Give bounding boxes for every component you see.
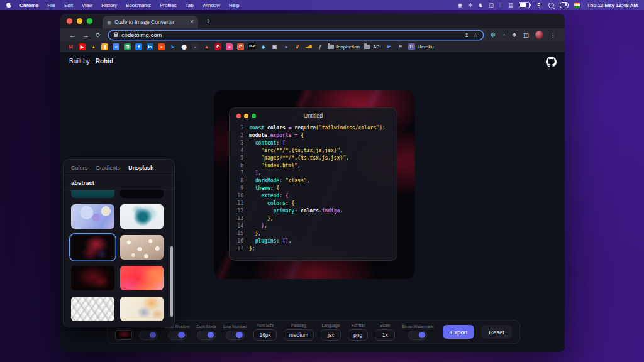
menu-item-history[interactable]: History [97, 3, 121, 8]
thumbnail-teal-dark-partial[interactable] [71, 190, 114, 198]
thumbnail-red-orange-gradient[interactable] [120, 266, 164, 290]
monitor-app-icon[interactable]: ▣ [271, 43, 278, 50]
dev-icon[interactable]: DEV [248, 43, 255, 50]
app-animal-icon[interactable]: ♞ [478, 3, 483, 8]
format-select[interactable]: png [348, 329, 368, 341]
flame-app-icon[interactable]: ▲ [203, 43, 210, 50]
menu-item-file[interactable]: File [43, 3, 60, 8]
function-app-icon[interactable]: ƒ [316, 43, 323, 50]
indigo-app-icon[interactable]: ● [282, 43, 289, 50]
url-text[interactable]: codetoimg.com [121, 31, 460, 38]
sidebar-icon[interactable]: ◫ [523, 32, 529, 38]
back-icon[interactable]: ← [66, 31, 79, 39]
reddit-icon[interactable]: ● [158, 43, 165, 50]
producthunt-icon[interactable]: P [237, 43, 244, 50]
thumbnail-dark-red-smoke[interactable] [71, 266, 114, 290]
bookmark-folder-inspiretion[interactable]: Inspiretion [328, 44, 360, 50]
menu-item-chrome[interactable]: Chrome [15, 3, 43, 8]
docs-icon[interactable]: ≡ [113, 43, 119, 50]
teal-extension-icon[interactable]: ✻ [491, 32, 496, 38]
gem-app-icon[interactable]: ◆ [260, 43, 267, 50]
language-select[interactable]: jsx [321, 329, 341, 341]
youtube-icon[interactable]: ▶ [79, 43, 86, 50]
background-toggle[interactable] [139, 331, 158, 340]
battery-icon[interactable] [519, 2, 530, 8]
google-slash-icon[interactable]: // [294, 43, 301, 50]
drive-icon[interactable]: ▲ [90, 43, 97, 50]
close-window-button[interactable] [67, 18, 72, 24]
forward-icon[interactable]: → [79, 31, 92, 39]
menu-clock[interactable]: Thu 12 May 12:48 AM [586, 3, 638, 8]
menu-item-bookmarks[interactable]: Bookmarks [121, 3, 155, 8]
bookmark-folder-api[interactable]: API [364, 44, 381, 50]
thumbnail-red-light-smoke[interactable] [71, 235, 114, 260]
thumbnail-white-weave[interactable] [71, 297, 114, 321]
dark-mode-toggle[interactable] [197, 331, 216, 340]
author-link[interactable]: Rohid [96, 58, 113, 65]
thumbnail-black-partial[interactable] [120, 190, 164, 198]
sheets-icon[interactable]: ⊞ [124, 43, 131, 50]
gmail-icon[interactable]: M [67, 43, 74, 50]
export-button[interactable]: Export▼ [443, 325, 474, 339]
zoom-window-button[interactable] [87, 18, 92, 24]
menu-item-edit[interactable]: Edit [60, 3, 77, 8]
move-tool-icon[interactable]: ✛ [468, 3, 472, 8]
menu-item-window[interactable]: Window [198, 3, 225, 8]
address-bar[interactable]: codetoimg.com ↥ ☆ [109, 31, 483, 40]
chrome-menu-icon[interactable]: ⋮ [547, 32, 559, 38]
puzzle-extensions-icon[interactable]: ❖ [511, 32, 517, 38]
linkedin-icon[interactable]: in [147, 43, 153, 50]
pinterest-icon[interactable]: P [214, 43, 221, 50]
tab-unsplash[interactable]: Unsplash [128, 165, 154, 171]
line-number-toggle[interactable] [226, 331, 245, 340]
twitter-icon[interactable]: ➤ [169, 43, 176, 50]
scale-select[interactable]: 1x [375, 329, 395, 341]
github-icon[interactable] [546, 57, 557, 67]
history-extension-icon[interactable]: ◔ [502, 32, 506, 38]
dribbble-icon[interactable]: ● [226, 43, 233, 50]
notes-app-icon[interactable]: ▤ [508, 3, 513, 8]
dark-app-icon[interactable]: ▪ [192, 43, 199, 50]
reload-icon[interactable]: ⟳ [92, 31, 104, 38]
show-watermark-toggle[interactable] [408, 331, 427, 340]
flag-app-icon[interactable]: ⚑ [397, 43, 404, 50]
input-flag-icon[interactable] [574, 3, 580, 8]
menu-item-help[interactable]: Help [225, 3, 243, 8]
font-size-select[interactable]: 16px [253, 329, 276, 341]
menu-item-profiles[interactable]: Profiles [155, 3, 181, 8]
menu-item-view[interactable]: View [77, 3, 97, 8]
background-image-thumbnail[interactable] [115, 330, 132, 340]
drop-shadow-toggle[interactable] [168, 331, 187, 340]
code-editor[interactable]: 1const colors = require("tailwindcss/col… [230, 123, 397, 253]
new-tab-button[interactable]: + [206, 16, 211, 26]
tab-gradients[interactable]: Gradients [96, 165, 120, 171]
tab-colors[interactable]: Colors [71, 165, 87, 171]
profile-avatar[interactable] [535, 31, 543, 39]
facebook-icon[interactable]: f [135, 43, 142, 50]
scrollbar-thumb[interactable] [170, 246, 173, 317]
spotlight-icon[interactable] [548, 3, 554, 8]
minimize-window-button[interactable] [77, 18, 82, 24]
screen-record-icon[interactable]: ◉ [458, 3, 462, 8]
code-window[interactable]: Untitled 1const colors = require("tailwi… [229, 107, 397, 261]
thumbnail-marble-swirl[interactable] [120, 297, 164, 321]
hand-app-icon[interactable]: ☛ [386, 43, 392, 50]
github-icon[interactable]: ⬤ [180, 43, 187, 50]
apple-logo-icon[interactable] [6, 3, 11, 8]
bookmark-star-icon[interactable]: ☆ [473, 32, 478, 38]
padding-select[interactable]: medium [284, 329, 314, 341]
menu-item-tab[interactable]: Tab [181, 3, 198, 8]
control-center-icon[interactable] [560, 2, 569, 8]
shortcuts-icon[interactable]: ∷ [499, 3, 502, 8]
thumbnail-teal-ink-splash[interactable] [120, 204, 164, 229]
reset-button[interactable]: Reset [481, 325, 512, 339]
orange-app-icon[interactable]: ▮ [101, 43, 108, 50]
bookmark-heroku[interactable]: HHeroku [408, 43, 434, 50]
share-icon[interactable]: ↥ [464, 32, 469, 38]
window-app-icon[interactable]: ▢ [489, 3, 494, 8]
unsplash-search-input[interactable]: abstract [64, 175, 174, 190]
thumbnail-pastel-spheres[interactable] [71, 204, 114, 229]
close-tab-icon[interactable]: × [190, 19, 194, 25]
wifi-icon[interactable] [535, 3, 543, 8]
browser-tab[interactable]: ◉ Code to Image Converter × [103, 16, 198, 28]
